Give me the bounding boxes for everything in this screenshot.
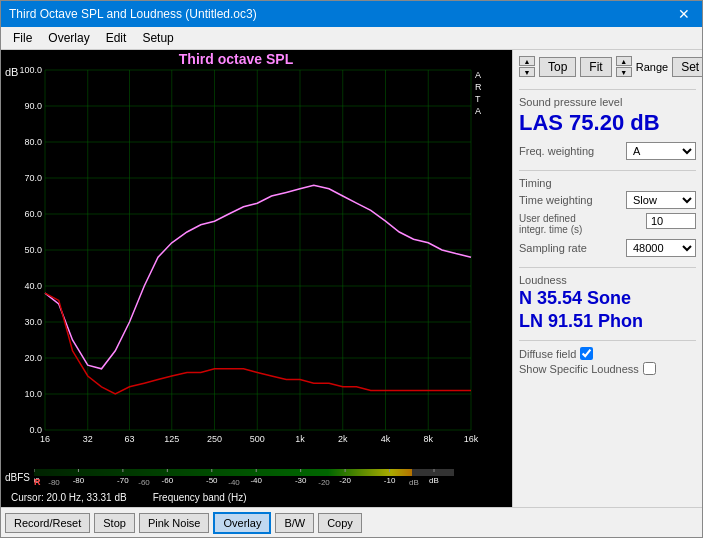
divider-2 — [519, 170, 696, 171]
diffuse-field-label: Diffuse field — [519, 348, 576, 360]
divider-4 — [519, 340, 696, 341]
diffuse-field-checkbox[interactable] — [580, 347, 593, 360]
main-area: dBFS Cursor: 20.0 Hz, 33.31 dB Frequency… — [1, 50, 702, 507]
sampling-rate-label: Sampling rate — [519, 242, 626, 254]
chart-area: dBFS Cursor: 20.0 Hz, 33.31 dB Frequency… — [1, 50, 512, 507]
integr-time-row: User defined integr. time (s) — [519, 213, 696, 235]
range-up-btn[interactable]: ▲ — [616, 56, 632, 66]
menu-setup[interactable]: Setup — [134, 29, 181, 47]
loudness-phon: LN 91.51 Phon — [519, 311, 696, 332]
divider-3 — [519, 267, 696, 268]
loudness-sone: N 35.54 Sone — [519, 288, 696, 309]
record-reset-button[interactable]: Record/Reset — [5, 513, 90, 533]
time-weighting-select[interactable]: SlowFastImpulse — [626, 191, 696, 209]
loudness-section-label: Loudness — [519, 274, 696, 286]
copy-button[interactable]: Copy — [318, 513, 362, 533]
stop-button[interactable]: Stop — [94, 513, 135, 533]
sampling-rate-select[interactable]: 441004800096000 — [626, 239, 696, 257]
time-weighting-label: Time weighting — [519, 194, 626, 206]
bw-button[interactable]: B/W — [275, 513, 314, 533]
spl-value: LAS 75.20 dB — [519, 110, 696, 136]
overlay-button[interactable]: Overlay — [213, 512, 271, 534]
pink-noise-button[interactable]: Pink Noise — [139, 513, 210, 533]
range-down-btn[interactable]: ▼ — [616, 67, 632, 77]
show-specific-checkbox[interactable] — [643, 362, 656, 375]
integr-time-input[interactable] — [646, 213, 696, 229]
range-label: Range — [636, 61, 668, 73]
menu-edit[interactable]: Edit — [98, 29, 135, 47]
meter-bar: dBFS — [1, 466, 512, 488]
sampling-rate-row: Sampling rate 441004800096000 — [519, 239, 696, 257]
freq-weighting-select[interactable]: ABCZ — [626, 142, 696, 160]
right-panel: ▲ ▼ Top Fit ▲ ▼ Range Set Sound pressure… — [512, 50, 702, 507]
window-title: Third Octave SPL and Loudness (Untitled.… — [9, 7, 257, 21]
timing-section-label: Timing — [519, 177, 696, 189]
time-weighting-row: Time weighting SlowFastImpulse — [519, 191, 696, 209]
menu-bar: File Overlay Edit Setup — [1, 27, 702, 50]
divider-1 — [519, 89, 696, 90]
diffuse-field-row: Diffuse field — [519, 347, 696, 360]
spl-section-label: Sound pressure level — [519, 96, 696, 108]
top-down-btn[interactable]: ▼ — [519, 67, 535, 77]
main-window: Third Octave SPL and Loudness (Untitled.… — [0, 0, 703, 538]
title-bar: Third Octave SPL and Loudness (Untitled.… — [1, 1, 702, 27]
level-meter — [34, 469, 508, 485]
bottom-buttons: Record/Reset Stop Pink Noise Overlay B/W… — [1, 507, 702, 537]
chart-canvas — [1, 50, 512, 466]
fit-button[interactable]: Fit — [580, 57, 611, 77]
top-button[interactable]: Top — [539, 57, 576, 77]
freq-weighting-label: Freq. weighting — [519, 145, 626, 157]
show-specific-label: Show Specific Loudness — [519, 363, 639, 375]
close-button[interactable]: ✕ — [674, 6, 694, 22]
menu-overlay[interactable]: Overlay — [40, 29, 97, 47]
dbfs-label: dBFS — [5, 472, 30, 483]
menu-file[interactable]: File — [5, 29, 40, 47]
freq-band-label: Frequency band (Hz) — [153, 492, 247, 503]
top-spinner: ▲ ▼ — [519, 56, 535, 77]
cursor-info: Cursor: 20.0 Hz, 33.31 dB — [5, 490, 133, 505]
top-controls: ▲ ▼ Top Fit ▲ ▼ Range Set — [519, 56, 696, 77]
range-spinner: ▲ ▼ — [616, 56, 632, 77]
top-up-btn[interactable]: ▲ — [519, 56, 535, 66]
set-button[interactable]: Set — [672, 57, 702, 77]
integr-time-label: User defined integr. time (s) — [519, 213, 646, 235]
show-specific-row: Show Specific Loudness — [519, 362, 696, 375]
freq-weighting-row: Freq. weighting ABCZ — [519, 142, 696, 160]
